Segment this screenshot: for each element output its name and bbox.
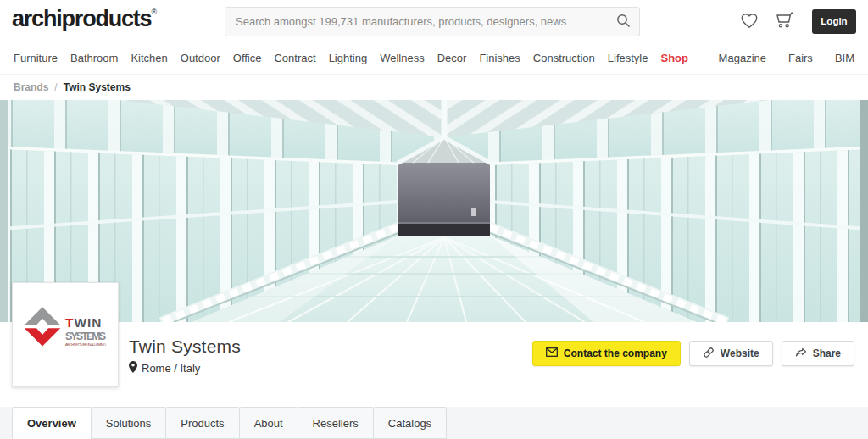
brand-tab-bar: Overview Solutions Products About Resell… [0, 407, 868, 439]
nav-item-office[interactable]: Office [233, 52, 262, 64]
tab-solutions[interactable]: Solutions [91, 407, 166, 439]
tab-about[interactable]: About [239, 407, 298, 439]
nav-item-finishes[interactable]: Finishes [479, 52, 520, 64]
breadcrumb: Brands / Twin Systems [0, 75, 868, 100]
link-icon [703, 347, 715, 361]
header-icons: Login [734, 0, 868, 42]
tab-overview[interactable]: Overview [12, 407, 92, 439]
breadcrumb-separator: / [54, 81, 57, 93]
nav-item-kitchen[interactable]: Kitchen [131, 52, 167, 64]
nav-item-decor[interactable]: Decor [437, 52, 467, 64]
share-icon [795, 347, 807, 359]
svg-text:ARCHITETTURE IN ALLUMINIO: ARCHITETTURE IN ALLUMINIO [65, 342, 107, 347]
location-pin-icon [129, 361, 137, 375]
website-label: Website [721, 347, 760, 359]
svg-text:SYSTEMS: SYSTEMS [65, 331, 106, 342]
main-nav-secondary: Magazine Fairs BIM [719, 52, 854, 64]
cart-button[interactable] [770, 6, 800, 36]
svg-text:TWIN: TWIN [65, 315, 101, 330]
search-icon [616, 14, 631, 31]
heart-icon [740, 12, 759, 31]
nav-item-contract[interactable]: Contract [274, 52, 315, 64]
share-label: Share [813, 347, 841, 359]
site-header: archiproducts® Login [0, 0, 868, 42]
nav-item-lifestyle[interactable]: Lifestyle [608, 52, 648, 64]
search-bar [225, 7, 640, 36]
main-nav: Furniture Bathroom Kitchen Outdoor Offic… [0, 42, 868, 75]
tab-products[interactable]: Products [165, 407, 239, 439]
website-button[interactable]: Website [689, 341, 773, 366]
share-button[interactable]: Share [782, 341, 854, 366]
nav-item-shop[interactable]: Shop [660, 52, 688, 64]
main-nav-categories: Furniture Bathroom Kitchen Outdoor Offic… [14, 52, 688, 64]
search-button[interactable] [607, 8, 639, 36]
site-logo[interactable]: archiproducts® [12, 6, 157, 32]
twin-systems-logo: TWIN SYSTEMS ARCHITETTURE IN ALLUMINIO [21, 303, 109, 366]
brand-actions: Contact the company Website Share [532, 341, 854, 366]
wishlist-button[interactable] [734, 6, 765, 36]
nav-item-wellness[interactable]: Wellness [380, 52, 425, 64]
search-input[interactable] [225, 15, 607, 28]
nav-item-outdoor[interactable]: Outdoor [181, 52, 220, 64]
site-logo-text: archiproducts [12, 6, 151, 31]
breadcrumb-brands-link[interactable]: Brands [14, 81, 48, 93]
breadcrumb-current: Twin Systems [64, 81, 131, 93]
contact-company-button[interactable]: Contact the company [532, 341, 681, 366]
envelope-icon [546, 347, 558, 359]
tab-resellers[interactable]: Resellers [298, 407, 374, 439]
login-button[interactable]: Login [812, 9, 856, 34]
nav-item-bathroom[interactable]: Bathroom [70, 52, 118, 64]
nav-item-bim[interactable]: BIM [835, 52, 854, 64]
tab-catalogs[interactable]: Catalogs [373, 407, 447, 439]
contact-company-label: Contact the company [564, 347, 667, 359]
nav-item-furniture[interactable]: Furniture [14, 52, 58, 64]
nav-item-magazine[interactable]: Magazine [719, 52, 766, 64]
nav-item-construction[interactable]: Construction [533, 52, 595, 64]
nav-item-fairs[interactable]: Fairs [788, 52, 813, 64]
brand-location: Rome / Italy [142, 362, 200, 375]
brand-logo-card: TWIN SYSTEMS ARCHITETTURE IN ALLUMINIO [12, 282, 119, 387]
brand-cover-image [0, 100, 868, 322]
brand-info-band: TWIN SYSTEMS ARCHITETTURE IN ALLUMINIO T… [0, 322, 868, 407]
registered-mark: ® [151, 8, 157, 16]
nav-item-lighting[interactable]: Lighting [329, 52, 368, 64]
cart-icon [775, 11, 795, 31]
